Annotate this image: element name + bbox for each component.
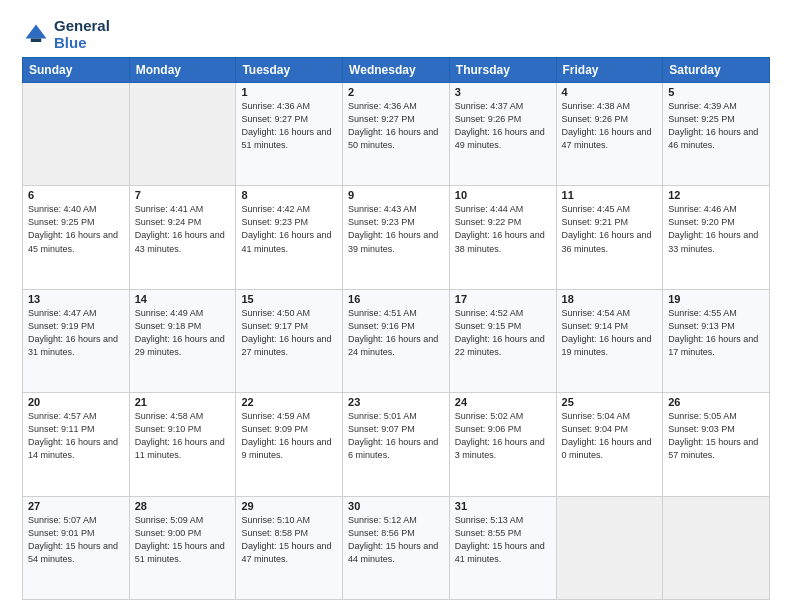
- cell-details: Sunrise: 4:49 AMSunset: 9:18 PMDaylight:…: [135, 307, 231, 359]
- calendar-header-row: SundayMondayTuesdayWednesdayThursdayFrid…: [23, 58, 770, 83]
- calendar-cell: 1Sunrise: 4:36 AMSunset: 9:27 PMDaylight…: [236, 83, 343, 186]
- cell-details: Sunrise: 5:07 AMSunset: 9:01 PMDaylight:…: [28, 514, 124, 566]
- day-number: 5: [668, 86, 764, 98]
- day-number: 18: [562, 293, 658, 305]
- calendar-cell: 27Sunrise: 5:07 AMSunset: 9:01 PMDayligh…: [23, 496, 130, 599]
- logo-icon: [22, 21, 50, 49]
- day-number: 10: [455, 189, 551, 201]
- day-number: 19: [668, 293, 764, 305]
- cell-details: Sunrise: 4:47 AMSunset: 9:19 PMDaylight:…: [28, 307, 124, 359]
- cell-details: Sunrise: 5:01 AMSunset: 9:07 PMDaylight:…: [348, 410, 444, 462]
- calendar-cell: 2Sunrise: 4:36 AMSunset: 9:27 PMDaylight…: [343, 83, 450, 186]
- calendar-cell: 20Sunrise: 4:57 AMSunset: 9:11 PMDayligh…: [23, 393, 130, 496]
- day-number: 24: [455, 396, 551, 408]
- cell-details: Sunrise: 4:39 AMSunset: 9:25 PMDaylight:…: [668, 100, 764, 152]
- calendar-cell: 16Sunrise: 4:51 AMSunset: 9:16 PMDayligh…: [343, 289, 450, 392]
- calendar-cell: 31Sunrise: 5:13 AMSunset: 8:55 PMDayligh…: [449, 496, 556, 599]
- cell-details: Sunrise: 4:57 AMSunset: 9:11 PMDaylight:…: [28, 410, 124, 462]
- calendar-cell: 22Sunrise: 4:59 AMSunset: 9:09 PMDayligh…: [236, 393, 343, 496]
- day-number: 15: [241, 293, 337, 305]
- calendar-cell: 25Sunrise: 5:04 AMSunset: 9:04 PMDayligh…: [556, 393, 663, 496]
- cell-details: Sunrise: 4:38 AMSunset: 9:26 PMDaylight:…: [562, 100, 658, 152]
- cell-details: Sunrise: 5:09 AMSunset: 9:00 PMDaylight:…: [135, 514, 231, 566]
- day-number: 23: [348, 396, 444, 408]
- calendar-cell: 7Sunrise: 4:41 AMSunset: 9:24 PMDaylight…: [129, 186, 236, 289]
- day-number: 13: [28, 293, 124, 305]
- day-number: 7: [135, 189, 231, 201]
- cell-details: Sunrise: 4:51 AMSunset: 9:16 PMDaylight:…: [348, 307, 444, 359]
- calendar-week-row: 27Sunrise: 5:07 AMSunset: 9:01 PMDayligh…: [23, 496, 770, 599]
- day-number: 9: [348, 189, 444, 201]
- cell-details: Sunrise: 4:54 AMSunset: 9:14 PMDaylight:…: [562, 307, 658, 359]
- day-number: 2: [348, 86, 444, 98]
- weekday-header: Monday: [129, 58, 236, 83]
- calendar-week-row: 6Sunrise: 4:40 AMSunset: 9:25 PMDaylight…: [23, 186, 770, 289]
- calendar-cell: 13Sunrise: 4:47 AMSunset: 9:19 PMDayligh…: [23, 289, 130, 392]
- day-number: 21: [135, 396, 231, 408]
- calendar-week-row: 13Sunrise: 4:47 AMSunset: 9:19 PMDayligh…: [23, 289, 770, 392]
- calendar-week-row: 1Sunrise: 4:36 AMSunset: 9:27 PMDaylight…: [23, 83, 770, 186]
- cell-details: Sunrise: 4:44 AMSunset: 9:22 PMDaylight:…: [455, 203, 551, 255]
- calendar-cell: 17Sunrise: 4:52 AMSunset: 9:15 PMDayligh…: [449, 289, 556, 392]
- day-number: 11: [562, 189, 658, 201]
- cell-details: Sunrise: 4:36 AMSunset: 9:27 PMDaylight:…: [241, 100, 337, 152]
- calendar-cell: 11Sunrise: 4:45 AMSunset: 9:21 PMDayligh…: [556, 186, 663, 289]
- calendar-cell: 18Sunrise: 4:54 AMSunset: 9:14 PMDayligh…: [556, 289, 663, 392]
- calendar-cell: 5Sunrise: 4:39 AMSunset: 9:25 PMDaylight…: [663, 83, 770, 186]
- cell-details: Sunrise: 5:05 AMSunset: 9:03 PMDaylight:…: [668, 410, 764, 462]
- cell-details: Sunrise: 4:55 AMSunset: 9:13 PMDaylight:…: [668, 307, 764, 359]
- calendar-cell: 24Sunrise: 5:02 AMSunset: 9:06 PMDayligh…: [449, 393, 556, 496]
- calendar-cell: 9Sunrise: 4:43 AMSunset: 9:23 PMDaylight…: [343, 186, 450, 289]
- cell-details: Sunrise: 4:42 AMSunset: 9:23 PMDaylight:…: [241, 203, 337, 255]
- day-number: 28: [135, 500, 231, 512]
- day-number: 20: [28, 396, 124, 408]
- calendar-cell: 6Sunrise: 4:40 AMSunset: 9:25 PMDaylight…: [23, 186, 130, 289]
- day-number: 17: [455, 293, 551, 305]
- calendar-cell: 21Sunrise: 4:58 AMSunset: 9:10 PMDayligh…: [129, 393, 236, 496]
- cell-details: Sunrise: 5:10 AMSunset: 8:58 PMDaylight:…: [241, 514, 337, 566]
- header: General Blue: [22, 18, 770, 51]
- day-number: 16: [348, 293, 444, 305]
- calendar-cell: [23, 83, 130, 186]
- cell-details: Sunrise: 4:45 AMSunset: 9:21 PMDaylight:…: [562, 203, 658, 255]
- day-number: 29: [241, 500, 337, 512]
- cell-details: Sunrise: 4:59 AMSunset: 9:09 PMDaylight:…: [241, 410, 337, 462]
- day-number: 26: [668, 396, 764, 408]
- day-number: 6: [28, 189, 124, 201]
- day-number: 22: [241, 396, 337, 408]
- calendar-cell: 4Sunrise: 4:38 AMSunset: 9:26 PMDaylight…: [556, 83, 663, 186]
- day-number: 8: [241, 189, 337, 201]
- cell-details: Sunrise: 5:12 AMSunset: 8:56 PMDaylight:…: [348, 514, 444, 566]
- page: General Blue SundayMondayTuesdayWednesda…: [0, 0, 792, 612]
- logo: General Blue: [22, 18, 110, 51]
- calendar-cell: 14Sunrise: 4:49 AMSunset: 9:18 PMDayligh…: [129, 289, 236, 392]
- cell-details: Sunrise: 5:13 AMSunset: 8:55 PMDaylight:…: [455, 514, 551, 566]
- cell-details: Sunrise: 4:41 AMSunset: 9:24 PMDaylight:…: [135, 203, 231, 255]
- cell-details: Sunrise: 4:43 AMSunset: 9:23 PMDaylight:…: [348, 203, 444, 255]
- calendar-cell: [129, 83, 236, 186]
- weekday-header: Thursday: [449, 58, 556, 83]
- logo-text: General Blue: [54, 18, 110, 51]
- weekday-header: Sunday: [23, 58, 130, 83]
- cell-details: Sunrise: 4:37 AMSunset: 9:26 PMDaylight:…: [455, 100, 551, 152]
- cell-details: Sunrise: 4:58 AMSunset: 9:10 PMDaylight:…: [135, 410, 231, 462]
- weekday-header: Friday: [556, 58, 663, 83]
- calendar-cell: 12Sunrise: 4:46 AMSunset: 9:20 PMDayligh…: [663, 186, 770, 289]
- calendar-cell: 19Sunrise: 4:55 AMSunset: 9:13 PMDayligh…: [663, 289, 770, 392]
- day-number: 4: [562, 86, 658, 98]
- day-number: 27: [28, 500, 124, 512]
- day-number: 1: [241, 86, 337, 98]
- day-number: 12: [668, 189, 764, 201]
- calendar-cell: 15Sunrise: 4:50 AMSunset: 9:17 PMDayligh…: [236, 289, 343, 392]
- day-number: 25: [562, 396, 658, 408]
- weekday-header: Saturday: [663, 58, 770, 83]
- calendar-week-row: 20Sunrise: 4:57 AMSunset: 9:11 PMDayligh…: [23, 393, 770, 496]
- calendar-cell: 23Sunrise: 5:01 AMSunset: 9:07 PMDayligh…: [343, 393, 450, 496]
- weekday-header: Wednesday: [343, 58, 450, 83]
- cell-details: Sunrise: 5:02 AMSunset: 9:06 PMDaylight:…: [455, 410, 551, 462]
- calendar-cell: 29Sunrise: 5:10 AMSunset: 8:58 PMDayligh…: [236, 496, 343, 599]
- calendar-cell: 30Sunrise: 5:12 AMSunset: 8:56 PMDayligh…: [343, 496, 450, 599]
- weekday-header: Tuesday: [236, 58, 343, 83]
- cell-details: Sunrise: 5:04 AMSunset: 9:04 PMDaylight:…: [562, 410, 658, 462]
- cell-details: Sunrise: 4:52 AMSunset: 9:15 PMDaylight:…: [455, 307, 551, 359]
